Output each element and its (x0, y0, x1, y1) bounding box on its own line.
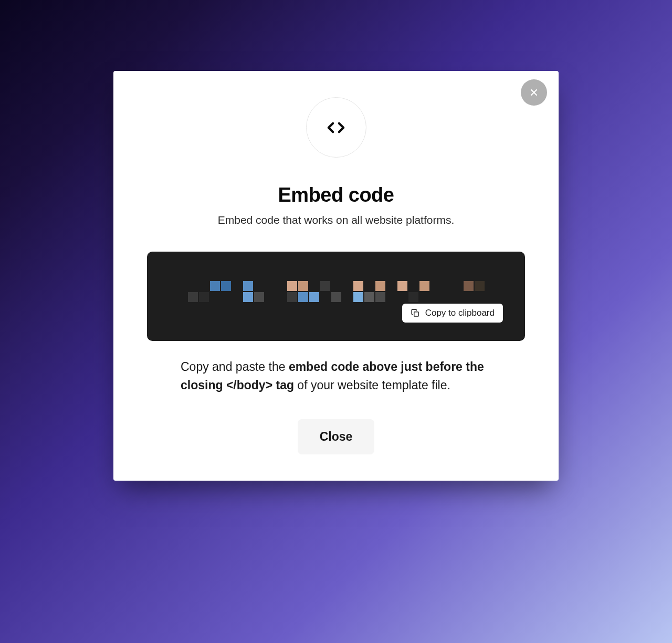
code-icon-circle (306, 97, 366, 158)
embed-code-modal: Embed code Embed code that works on all … (113, 71, 559, 481)
close-button[interactable]: Close (298, 419, 375, 454)
copy-button-label: Copy to clipboard (425, 308, 495, 318)
close-icon (529, 87, 539, 98)
instruction-text: Copy and paste the embed code above just… (181, 358, 491, 394)
close-modal-button[interactable] (521, 79, 547, 106)
code-snippet-block: Copy to clipboard (147, 252, 525, 341)
modal-title: Embed code (140, 184, 532, 206)
svg-rect-2 (414, 312, 418, 316)
instruction-prefix: Copy and paste the (181, 360, 289, 374)
instruction-suffix: of your website template file. (294, 378, 450, 392)
copy-icon (411, 308, 420, 318)
copy-to-clipboard-button[interactable]: Copy to clipboard (402, 304, 503, 323)
code-brackets-icon (326, 117, 346, 138)
modal-subtitle: Embed code that works on all website pla… (140, 214, 532, 226)
obscured-code-content (173, 281, 499, 302)
